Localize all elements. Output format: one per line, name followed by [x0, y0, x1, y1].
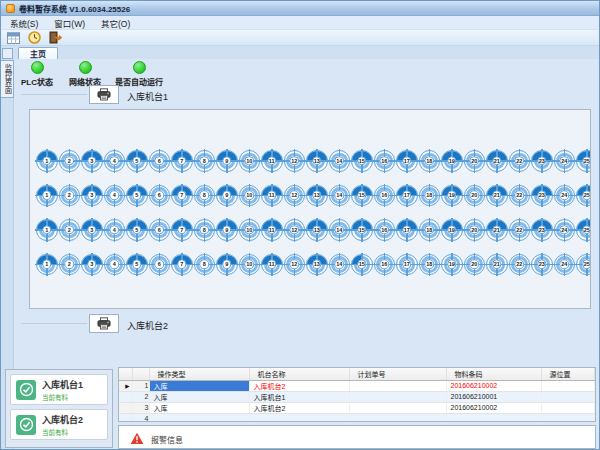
table-row[interactable]: ▶ 1 入库 入库机台2 201606210002	[119, 380, 595, 391]
calendar-icon[interactable]	[5, 31, 21, 45]
slot-dial: 22	[509, 150, 531, 172]
cell-material-barcode[interactable]: 201606210002	[446, 402, 541, 413]
cell-machine-name[interactable]	[249, 413, 349, 422]
cell-source-position[interactable]	[541, 391, 595, 402]
slot-number: 22	[515, 260, 525, 270]
printer-icon	[97, 317, 111, 330]
slot-number: 24	[560, 260, 570, 270]
machine2-print-button[interactable]	[89, 314, 119, 333]
slot-number: 2	[65, 156, 75, 166]
slot-number: 12	[290, 191, 300, 201]
cell-op-type[interactable]	[149, 413, 249, 422]
group-divider	[21, 323, 87, 324]
cell-plan-number[interactable]	[349, 413, 446, 422]
toolbar	[1, 30, 599, 46]
slot-number: 24	[560, 191, 570, 201]
slot-dial: 23	[531, 254, 553, 276]
table-column-header[interactable]: 物料条码	[446, 368, 541, 380]
slot-dial: 3	[81, 150, 103, 172]
row-number: 4	[132, 413, 149, 422]
slot-dial: 16	[374, 185, 396, 207]
slot-dial: 3	[81, 254, 103, 276]
slot-number: 21	[492, 156, 502, 166]
cell-material-barcode[interactable]: 201606210001	[446, 391, 541, 402]
cell-source-position[interactable]	[541, 402, 595, 413]
slot-dial: 4	[104, 150, 126, 172]
cell-material-barcode[interactable]	[446, 413, 541, 422]
cell-plan-number[interactable]	[349, 402, 446, 413]
cell-machine-name[interactable]: 入库机台2	[249, 380, 349, 391]
table-column-header[interactable]: 操作类型	[149, 368, 249, 380]
side-tab-stub[interactable]	[2, 48, 13, 59]
slot-dial: 14	[329, 150, 351, 172]
table-column-header[interactable]: 机台名称	[249, 368, 349, 380]
slot-number: 21	[492, 260, 502, 270]
table-column-header[interactable]: 源位置	[541, 368, 595, 380]
slot-dial: 13	[306, 219, 328, 241]
slot-dial: 2	[59, 150, 81, 172]
slot-dial: 12	[284, 219, 306, 241]
table-column-header[interactable]: 计划单号	[349, 368, 446, 380]
task-table-body: ▶ 1 入库 入库机台2 201606210002 2 入库 入库机台1 201…	[119, 380, 595, 422]
slot-number: 15	[357, 191, 367, 201]
side-tab-monitor[interactable]: 监控界面	[1, 60, 14, 98]
slot-number: 1	[42, 191, 52, 201]
slot-number: 2	[65, 191, 75, 201]
cell-op-type[interactable]: 入库	[149, 402, 249, 413]
cell-machine-name[interactable]: 入库机台1	[249, 391, 349, 402]
slot-number: 19	[447, 191, 457, 201]
slot-dial: 19	[441, 219, 463, 241]
clock-icon[interactable]	[26, 31, 42, 45]
slot-dial: 23	[531, 185, 553, 207]
slot-dial: 6	[149, 185, 171, 207]
slot-dial: 11	[261, 219, 283, 241]
menu-item[interactable]: 窗口(W)	[54, 17, 85, 29]
cell-op-type[interactable]: 入库	[149, 391, 249, 402]
slot-dial: 21	[486, 150, 508, 172]
content-area: 监控界面 PLC状态 网络状态 是否自动运行 入库机台1 1	[1, 59, 599, 449]
slot-dial: 15	[351, 185, 373, 207]
cell-plan-number[interactable]	[349, 380, 446, 391]
slot-number: 21	[492, 191, 502, 201]
slot-number: 1	[42, 260, 52, 270]
table-row[interactable]: 2 入库 入库机台1 201606210001	[119, 391, 595, 402]
slot-dial: 20	[464, 185, 486, 207]
slot-number: 10	[245, 156, 255, 166]
slot-dial: 18	[419, 219, 441, 241]
slot-dial: 2	[59, 254, 81, 276]
slot-number: 18	[425, 156, 435, 166]
machine2-header: 入库机台2	[17, 314, 591, 334]
cell-source-position[interactable]	[541, 413, 595, 422]
status-indicator: PLC状态	[17, 61, 57, 87]
slot-dial: 13	[306, 150, 328, 172]
slot-dial: 18	[419, 185, 441, 207]
cell-material-barcode[interactable]: 201606210002	[446, 380, 541, 391]
slot-number: 23	[537, 191, 547, 201]
table-row[interactable]: 3 入库 入库机台2 201606210002	[119, 402, 595, 413]
machine1-print-button[interactable]	[89, 85, 119, 104]
slot-dial: 25	[576, 150, 591, 172]
exit-icon[interactable]	[47, 31, 63, 45]
slot-number: 9	[222, 225, 232, 235]
slot-number: 9	[222, 156, 232, 166]
row-number: 2	[132, 391, 149, 402]
slot-dial: 8	[194, 254, 216, 276]
cell-op-type[interactable]: 入库	[149, 380, 249, 391]
slot-number: 6	[155, 191, 165, 201]
slot-number: 19	[447, 260, 457, 270]
tab-home[interactable]: 主页	[18, 47, 58, 59]
cell-plan-number[interactable]	[349, 391, 446, 402]
slot-dial: 13	[306, 185, 328, 207]
menu-item[interactable]: 其它(O)	[101, 17, 130, 29]
slot-dial: 5	[126, 150, 148, 172]
machine-status-cards: 入库机台1 当前有料 入库机台2 当前有料	[5, 369, 113, 448]
check-icon	[16, 380, 36, 400]
machine1-slot-grid: 1 2 3 4 5 6 7	[29, 109, 591, 309]
menu-item[interactable]: 系统(S)	[10, 17, 38, 29]
table-row[interactable]: 4	[119, 413, 595, 422]
alarm-label: 报警信息	[151, 432, 183, 445]
cell-source-position[interactable]	[541, 380, 595, 391]
row-marker	[119, 391, 132, 402]
cell-machine-name[interactable]: 入库机台2	[249, 402, 349, 413]
slot-number: 20	[470, 225, 480, 235]
